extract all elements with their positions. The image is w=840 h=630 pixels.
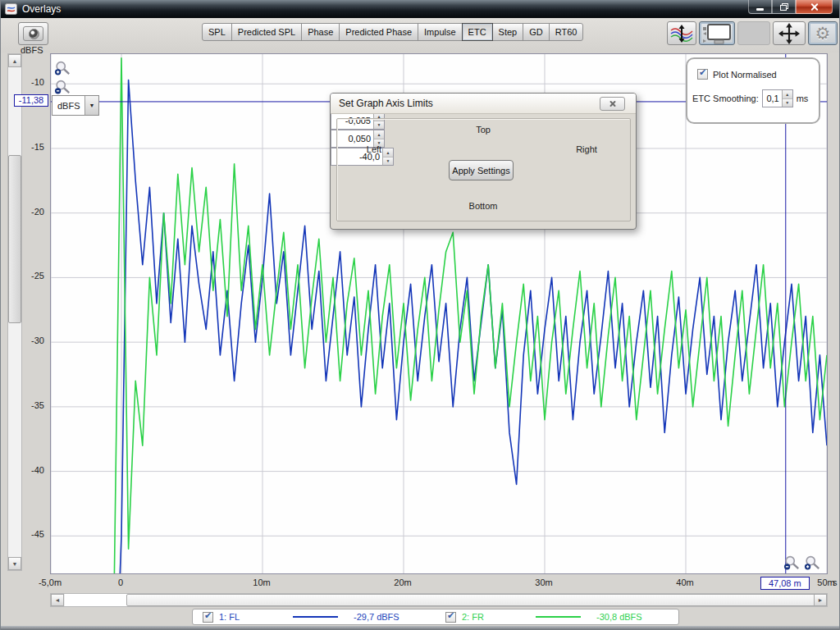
move-graph-button[interactable] [773, 21, 806, 45]
x-tick-label: -5,0m [25, 578, 75, 587]
vertical-scrollbar[interactable]: ▲ ▼ [7, 53, 22, 571]
tab-phase[interactable]: Phase [301, 23, 340, 41]
tab-predicted-phase[interactable]: Predicted Phase [339, 23, 418, 41]
plot-normalised-label: Plot Normalised [713, 70, 777, 80]
gear-icon: ⚙ [815, 25, 831, 42]
y-tick-label: -30 [20, 336, 44, 345]
checkbox-check-icon: ✔ [447, 610, 454, 621]
trace-cursor-level: -30,8 dBFS [596, 612, 669, 622]
trace-color-sample [536, 616, 581, 618]
y-axis-unit-selector[interactable]: dBFS ▼ [52, 95, 99, 116]
close-button[interactable] [796, 0, 833, 14]
checkbox-check-icon: ✔ [699, 67, 706, 78]
etc-smoothing-value: 0,1 [763, 90, 782, 107]
window-bottom-frame [1, 626, 839, 630]
trace-cursor-level: -29,7 dBFS [354, 612, 426, 622]
x-cursor-value: 47,08 m [760, 577, 810, 590]
spinner-down-icon[interactable]: ▼ [783, 99, 792, 107]
move-icon [778, 23, 800, 44]
dropdown-arrow-icon[interactable]: ▼ [84, 96, 98, 115]
y-cursor-value: -11,38 [14, 94, 48, 107]
restore-icon [780, 3, 788, 11]
window-title: Overlays [22, 3, 61, 15]
trace-legend: ✔1: FL-29,7 dBFS✔2: FR-30,8 dBFS [192, 609, 679, 625]
scroll-left-icon[interactable]: ◄ [51, 594, 64, 606]
tab-rt60[interactable]: RT60 [549, 23, 584, 41]
y-tick-label: -20 [20, 207, 44, 217]
bottom-limit-label: Bottom [331, 201, 636, 211]
etc-controls-panel: ✔ Plot Normalised ETC Smoothing: 0,1 ▲▼ … [686, 57, 820, 124]
close-icon [810, 2, 819, 11]
trace-color-sample [293, 616, 338, 618]
trace-1-checkbox[interactable]: ✔ [203, 612, 213, 623]
etc-smoothing-label: ETC Smoothing: [692, 94, 759, 103]
dialog-title: Set Graph Axis Limits [331, 98, 433, 109]
restore-button[interactable] [772, 0, 796, 14]
pan-view-button[interactable] [699, 21, 735, 45]
vertical-scrollbar-thumb[interactable] [8, 155, 21, 323]
zoom-out-icon[interactable] [783, 555, 800, 570]
horizontal-scrollbar-thumb[interactable] [126, 594, 824, 606]
dialog-titlebar[interactable]: Set Graph Axis Limits [331, 94, 636, 114]
scroll-right-icon[interactable]: ► [814, 594, 827, 606]
tab-predicted-spl[interactable]: Predicted SPL [231, 23, 302, 41]
apply-settings-button[interactable]: Apply Settings [449, 160, 514, 180]
graph-tab-strip: SPLPredicted SPLPhasePredicted PhaseImpu… [202, 23, 583, 41]
overlays-window: Overlays dBFS SPLPredicted SPLPhasePredi… [0, 0, 840, 630]
dialog-close-button[interactable] [600, 97, 625, 111]
y-axis-labels: -10-15-20-25-30-35-40-45 [22, 53, 47, 574]
spinner-up-icon[interactable]: ▲ [783, 90, 792, 99]
x-tick-label: 40m [660, 578, 710, 587]
y-tick-label: -35 [20, 400, 44, 410]
etc-smoothing-spinner[interactable]: 0,1 ▲▼ [762, 89, 793, 107]
x-tick-label: 20m [378, 578, 427, 587]
legend-entry-1: ✔1: FL-29,7 dBFS [193, 612, 436, 623]
x-tick-label: 30m [519, 578, 568, 587]
top-limit-label: Top [331, 125, 636, 135]
close-icon [609, 100, 616, 107]
titlebar: Overlays [1, 0, 839, 18]
y-tick-label: -10 [20, 77, 44, 87]
overlay-arrange-icon [669, 25, 694, 43]
horizontal-scrollbar[interactable]: ◄ ► [50, 593, 828, 607]
tab-etc[interactable]: ETC [462, 23, 493, 41]
java-coffee-icon [5, 3, 17, 15]
zoom-in-icon[interactable] [804, 555, 820, 570]
y-tick-label: -15 [20, 142, 44, 152]
plot-normalised-checkbox[interactable]: ✔ [697, 69, 708, 80]
tab-impulse[interactable]: Impulse [418, 23, 463, 41]
camera-icon [23, 26, 43, 41]
set-graph-axis-limits-dialog: Set Graph Axis Limits Top 0,0 ▲▼ Left -0… [330, 93, 637, 230]
zoom-out-icon[interactable] [54, 80, 71, 94]
left-limit-label: Left [353, 144, 395, 154]
overlay-arrange-button[interactable] [667, 21, 696, 45]
x-tick-label: 0 [96, 578, 145, 587]
etc-smoothing-unit: ms [797, 94, 809, 103]
trace-label: 2: FR [462, 612, 484, 622]
tab-gd[interactable]: GD [523, 23, 550, 41]
toolbar-right-buttons: ⚙ [667, 21, 838, 45]
capture-graph-button[interactable] [18, 22, 48, 45]
trace-label: 1: FL [219, 612, 240, 622]
scroll-down-icon[interactable]: ▼ [8, 557, 21, 570]
right-limit-label: Right [565, 144, 608, 154]
zoom-in-icon[interactable] [54, 61, 71, 75]
y-axis-unit-selector-value: dBFS [52, 101, 84, 111]
y-tick-label: -45 [20, 529, 44, 539]
x-tick-label: 10m [237, 578, 286, 587]
disabled-toolbar-button [737, 21, 770, 45]
legend-entry-2: ✔2: FR-30,8 dBFS [436, 612, 678, 623]
scroll-up-icon[interactable]: ▲ [8, 54, 21, 67]
minimize-icon [756, 8, 764, 11]
graph-settings-button[interactable]: ⚙ [808, 21, 838, 45]
trace-2-checkbox[interactable]: ✔ [445, 612, 456, 623]
x-axis-labels: s 47,08 m -5,0m010m20m30m40m50m [50, 577, 828, 591]
pan-view-icon [702, 23, 732, 44]
y-tick-label: -25 [20, 271, 44, 281]
checkbox-check-icon: ✔ [204, 610, 212, 621]
tab-step[interactable]: Step [492, 23, 524, 41]
y-tick-label: -40 [20, 465, 44, 475]
tab-spl[interactable]: SPL [202, 23, 232, 41]
minimize-button[interactable] [748, 0, 772, 14]
